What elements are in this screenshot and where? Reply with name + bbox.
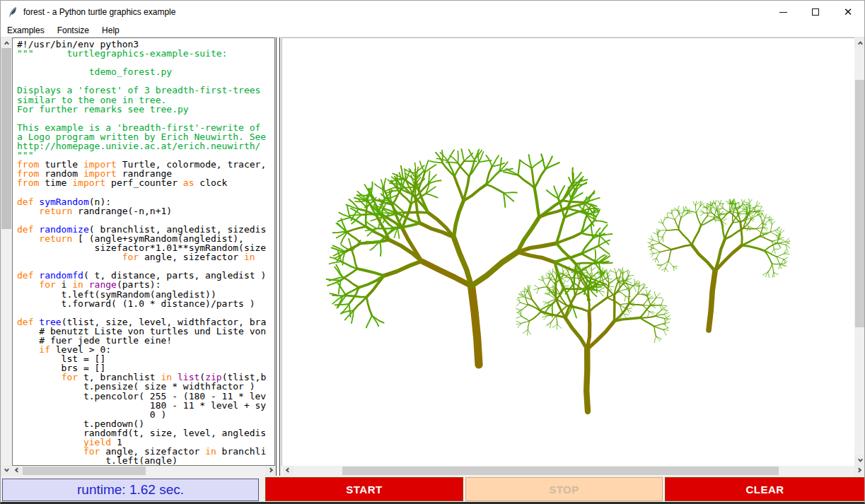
code-viewer-pane[interactable]: #!/usr/bin/env python3""" turtlegraphics… <box>12 37 275 466</box>
runtime-text: runtime: 1.62 sec. <box>77 482 184 498</box>
start-button[interactable]: START <box>265 477 463 501</box>
code-line: for angle, sizefactor in <box>17 252 274 262</box>
scroll-right-button[interactable] <box>265 466 275 476</box>
code-line: t.forward( (1.0 * distance)/parts ) <box>17 299 274 308</box>
menu-bar: Examples Fontsize Help <box>1 23 864 37</box>
code-line: tdemo_forest.py <box>17 67 274 76</box>
code-line: For further remarks see tree.py <box>17 105 274 114</box>
scroll-down-button[interactable] <box>854 455 865 466</box>
scroll-up-button[interactable] <box>854 37 865 48</box>
chevron-right-icon <box>857 467 861 472</box>
code-horizontal-scrollbar[interactable] <box>12 466 275 476</box>
control-bar: runtime: 1.62 sec. START STOP CLEAR <box>1 476 864 503</box>
canvas-horizontal-scrollbar[interactable] <box>281 466 865 476</box>
minimize-icon <box>779 12 787 13</box>
code-vscroll-thumb[interactable] <box>1 48 11 229</box>
pane-sash[interactable] <box>276 37 280 476</box>
clear-button[interactable]: CLEAR <box>665 477 865 501</box>
turtle-canvas[interactable] <box>281 37 854 466</box>
scroll-left-button[interactable] <box>283 466 294 476</box>
chevron-left-icon <box>14 467 19 472</box>
code-hscroll-thumb[interactable] <box>23 467 146 475</box>
code-line: http://homepage.univie.ac.at/erich.neuwi… <box>17 141 274 151</box>
scroll-down-button[interactable] <box>1 465 12 476</box>
forest-drawing <box>282 38 854 466</box>
chevron-down-icon <box>4 467 8 472</box>
scroll-right-button[interactable] <box>854 466 864 476</box>
menu-help[interactable]: Help <box>95 24 126 37</box>
minimize-button[interactable] <box>767 1 799 23</box>
feather-app-icon <box>7 6 18 18</box>
code-line: """ turtlegraphics-example-suite: <box>17 49 274 58</box>
code-line: return randrange(-n,n+1) <box>17 206 274 216</box>
source-code: #!/usr/bin/env python3""" turtlegraphics… <box>13 38 274 466</box>
chevron-down-icon <box>857 457 862 462</box>
menu-fontsize[interactable]: Fontsize <box>51 24 95 37</box>
runtime-display: runtime: 1.62 sec. <box>2 479 259 501</box>
window-title: forest - a Python turtle graphics exampl… <box>23 7 175 17</box>
maximize-icon <box>812 8 819 16</box>
scroll-left-button[interactable] <box>12 466 22 476</box>
close-icon: ✕ <box>844 7 853 18</box>
canvas-hscroll-thumb[interactable] <box>342 467 779 475</box>
code-vertical-scrollbar[interactable] <box>1 37 12 476</box>
canvas-vscroll-thumb[interactable] <box>855 80 865 327</box>
menu-examples[interactable]: Examples <box>1 24 51 37</box>
close-button[interactable]: ✕ <box>832 1 864 23</box>
code-line: from time import perf_counter as clock <box>17 178 274 187</box>
chevron-right-icon <box>267 467 272 472</box>
scroll-up-button[interactable] <box>1 37 12 48</box>
app-window: forest - a Python turtle graphics exampl… <box>0 0 865 504</box>
chevron-up-icon <box>857 41 862 46</box>
canvas-vertical-scrollbar[interactable] <box>854 37 865 466</box>
title-bar: forest - a Python turtle graphics exampl… <box>1 1 864 23</box>
chevron-left-icon <box>286 467 291 472</box>
stop-button: STOP <box>465 477 663 501</box>
chevron-up-icon <box>4 41 8 46</box>
maximize-button[interactable] <box>799 1 832 23</box>
